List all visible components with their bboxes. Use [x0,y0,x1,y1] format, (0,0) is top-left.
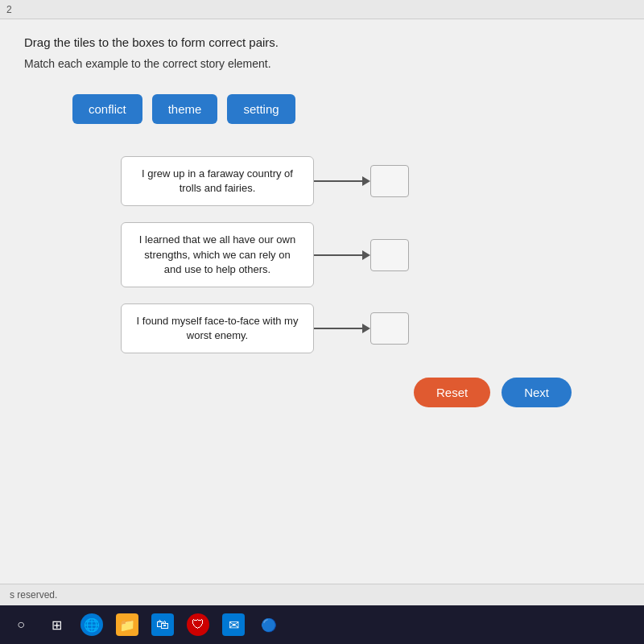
tiles-row: conflict theme setting [72,94,620,124]
search-icon[interactable]: ○ [10,613,32,636]
arrow-3 [314,324,370,333]
footer-text: s reserved. [10,589,57,601]
widgets-icon[interactable]: ⊞ [45,613,68,636]
reset-button[interactable]: Reset [414,378,490,407]
arrow-head-2 [362,250,370,260]
arrow-head-1 [362,176,370,186]
arrow-1 [314,176,370,186]
example-box-1: I grew up in a faraway country of trolls… [121,156,314,206]
store-icon[interactable]: 🛍 [151,613,174,636]
edge-icon[interactable]: 🌐 [80,613,103,636]
footer: s reserved. [0,584,644,605]
arrow-head-3 [362,324,370,333]
next-button[interactable]: Next [502,378,572,407]
tile-theme[interactable]: theme [152,94,218,124]
instruction-primary: Drag the tiles to the boxes to form corr… [24,35,620,49]
drop-box-3[interactable] [370,312,409,345]
example-box-2: I learned that we all have our own stren… [121,222,314,287]
files-icon[interactable]: 📁 [116,613,138,636]
match-row-2: I learned that we all have our own stren… [121,222,409,287]
mcafee-icon[interactable]: 🛡 [187,613,209,636]
drop-box-1[interactable] [370,165,409,197]
arrow-line-1 [314,180,362,182]
tile-setting[interactable]: setting [227,94,295,124]
main-content: Drag the tiles to the boxes to form corr… [0,19,644,584]
arrow-2 [314,250,370,260]
taskbar: ○ ⊞ 🌐 📁 🛍 🛡 ✉ 🔵 [0,605,644,644]
instruction-secondary: Match each example to the correct story … [24,57,620,70]
page-number: 2 [6,4,12,15]
match-row-3: I found myself face-to-face with my wors… [121,303,409,353]
arrow-line-3 [314,328,362,329]
drop-box-2[interactable] [370,239,409,271]
bottom-buttons: Reset Next [24,378,572,407]
example-box-3: I found myself face-to-face with my wors… [121,303,314,353]
mail-icon[interactable]: ✉ [222,613,245,636]
top-bar: 2 [0,0,644,19]
match-row-1: I grew up in a faraway country of trolls… [121,156,409,206]
tile-conflict[interactable]: conflict [72,94,142,124]
chrome-icon[interactable]: 🔵 [258,613,280,636]
arrow-line-2 [314,254,362,256]
matching-area: I grew up in a faraway country of trolls… [121,156,620,353]
